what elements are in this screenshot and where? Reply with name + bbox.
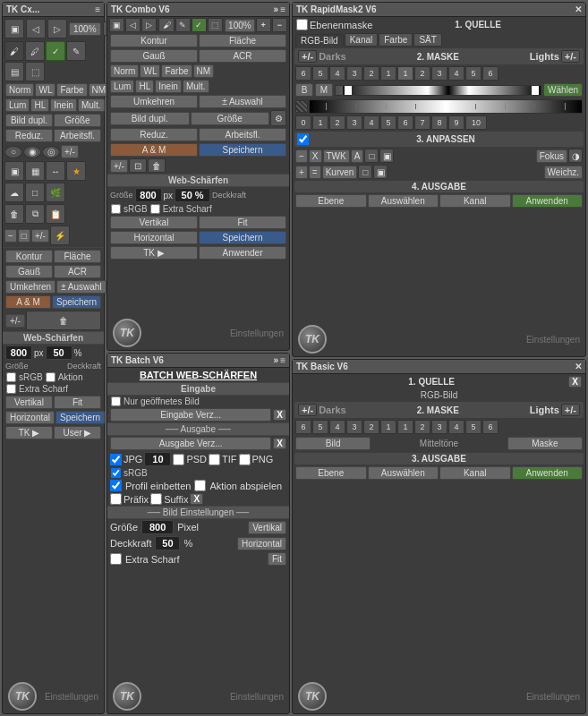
num-bot-4[interactable]: 4 xyxy=(363,115,379,130)
eingabe-verz-btn[interactable]: Eingabe Verz... xyxy=(110,408,271,422)
fit-btn[interactable]: Fit xyxy=(54,396,101,409)
combo-hl[interactable]: HL xyxy=(135,80,154,93)
rm-pm2[interactable]: +/- xyxy=(561,50,580,63)
user-btn[interactable]: User ▶ xyxy=(54,426,101,439)
num-6-1[interactable]: 6 xyxy=(295,66,311,81)
oval3-icon[interactable]: ◎ xyxy=(42,146,60,158)
basic-num-3-1[interactable]: 3 xyxy=(346,420,362,434)
oval-icon[interactable]: ○ xyxy=(4,146,22,158)
combo-groesse[interactable]: Größe xyxy=(191,112,270,125)
ausgabe-verz-btn[interactable]: Ausgabe Verz... xyxy=(110,437,271,450)
num-bot-1[interactable]: 1 xyxy=(312,115,328,130)
rm-eq-btn[interactable]: = xyxy=(309,166,321,179)
num-bot-5[interactable]: 5 xyxy=(380,115,396,130)
png-chk[interactable] xyxy=(239,454,251,465)
gauss-btn[interactable]: Gauß xyxy=(5,265,53,278)
box-btn[interactable]: □ xyxy=(18,229,30,243)
combo-expand-icon[interactable]: » xyxy=(274,4,279,14)
combo-nm[interactable]: NM xyxy=(193,64,215,78)
combo-arbeitsfl[interactable]: Arbeitsfl. xyxy=(199,128,286,141)
farbe-btn[interactable]: Farbe xyxy=(56,83,87,97)
erase-icon[interactable]: ⬚ xyxy=(25,62,45,81)
rm-a-btn[interactable]: A xyxy=(351,149,364,163)
rm-twk-btn[interactable]: TWK xyxy=(323,149,350,163)
batch-deckkraft-val[interactable]: 50 xyxy=(155,536,180,550)
tif-chk[interactable] xyxy=(209,454,220,465)
batch-horizontal-btn[interactable]: Horizontal xyxy=(237,537,286,550)
srgb-chk[interactable] xyxy=(6,372,16,382)
basic-num-6-1[interactable]: 6 xyxy=(295,420,311,434)
combo-auswahl[interactable]: ± Auswahl xyxy=(199,95,286,108)
combo-norm[interactable]: Norm xyxy=(110,64,139,78)
tk-play-btn[interactable]: TK ▶ xyxy=(5,426,53,439)
basic-bild-btn[interactable]: Bild xyxy=(295,437,371,450)
basic-num-1-2[interactable]: 1 xyxy=(397,420,413,434)
num-bot-3[interactable]: 3 xyxy=(346,115,362,130)
lightning-icon[interactable]: ⚡ xyxy=(50,226,70,245)
gradient-icon[interactable]: ▤ xyxy=(4,62,24,81)
basic-num-2-1[interactable]: 2 xyxy=(363,420,379,434)
suffix-x-btn[interactable]: X xyxy=(190,493,203,505)
rm-close-icon[interactable]: ✕ xyxy=(575,4,582,14)
combo-plus[interactable]: + xyxy=(256,18,271,32)
rm-m-btn[interactable]: M xyxy=(315,83,333,97)
combo-tool5[interactable]: ✎ xyxy=(175,18,191,32)
tab-farbe[interactable]: Farbe xyxy=(379,33,413,47)
batch-vertikal-btn[interactable]: Vertikal xyxy=(248,521,286,534)
rm-moon-icon[interactable]: ◑ xyxy=(568,149,583,163)
nur-geoeffnetes-chk[interactable] xyxy=(111,396,121,406)
basic-pm1[interactable]: +/- xyxy=(298,404,317,416)
jpg-chk[interactable] xyxy=(110,454,122,465)
basic-num-1-1[interactable]: 1 xyxy=(380,420,396,434)
combo-pct-val[interactable]: 50 % xyxy=(175,188,210,202)
psd-chk[interactable] xyxy=(173,454,184,465)
basic-auswaehlen-btn[interactable]: Auswählen xyxy=(368,466,439,480)
trash2-icon[interactable]: 🗑 xyxy=(26,311,101,330)
speichern2-btn[interactable]: Speichern xyxy=(55,411,105,424)
rm-auswaehlen-btn[interactable]: Auswählen xyxy=(368,194,439,208)
basic-pm2[interactable]: +/- xyxy=(561,404,580,416)
brush-icon[interactable]: 🖌 xyxy=(4,41,24,61)
combo-umkehren[interactable]: Umkehren xyxy=(110,95,198,108)
rm-anpassen-chk[interactable] xyxy=(297,133,309,145)
plus-minus3-btn[interactable]: +/- xyxy=(5,314,25,328)
combo-flaeche[interactable]: Fläche xyxy=(199,34,286,47)
basic-close-icon[interactable]: ✕ xyxy=(575,362,582,371)
combo-bild-dupl[interactable]: Bild dupl. xyxy=(110,112,190,125)
ausgabe-x-btn[interactable]: X xyxy=(273,438,286,449)
rm-ebene-btn[interactable]: Ebene xyxy=(295,194,367,208)
combo-tool1[interactable]: ▣ xyxy=(109,18,124,32)
hl-btn[interactable]: HL xyxy=(30,98,49,112)
groesse-btn[interactable]: Größe xyxy=(54,114,101,127)
rm-minus-btn[interactable]: − xyxy=(295,149,308,163)
speichern-btn[interactable]: Speichern xyxy=(52,295,101,309)
num-3-1[interactable]: 3 xyxy=(346,66,362,81)
combo-mult[interactable]: Mult. xyxy=(183,80,209,93)
profil-chk[interactable] xyxy=(110,480,122,491)
combo-icon2[interactable]: 🗑 xyxy=(148,158,166,173)
tool-icon-1[interactable]: ▣ xyxy=(4,19,24,38)
tab-rgb-bild[interactable]: RGB-Bild xyxy=(295,34,344,47)
auswahl-btn[interactable]: ± Auswahl xyxy=(56,280,107,294)
plus-minus-btn[interactable]: +/- xyxy=(61,145,79,158)
combo-kontur[interactable]: Kontur xyxy=(110,34,198,47)
num-bot-9[interactable]: 9 xyxy=(448,115,464,130)
bild-dupl-btn[interactable]: Bild dupl. xyxy=(5,114,53,127)
arbeitsfl-btn[interactable]: Arbeitsfl. xyxy=(54,129,101,142)
vertikal-btn[interactable]: Vertikal xyxy=(5,396,53,409)
minus-btn[interactable]: − xyxy=(4,229,17,243)
combo-pct[interactable]: 100% xyxy=(225,19,255,32)
basic-num-4-1[interactable]: 4 xyxy=(329,420,345,434)
eingabe-x-btn[interactable]: X xyxy=(273,409,286,421)
combo-wl[interactable]: WL xyxy=(140,64,160,78)
jpg-val[interactable]: 10 xyxy=(144,452,171,466)
num-5-1[interactable]: 5 xyxy=(312,66,328,81)
batch-extra-scharf-chk[interactable] xyxy=(110,553,122,565)
suffix-chk[interactable] xyxy=(150,493,162,505)
num-bot-2[interactable]: 2 xyxy=(329,115,345,130)
rm-pm1[interactable]: +/- xyxy=(298,50,317,63)
tool-icon-2[interactable]: ◁ xyxy=(26,19,46,38)
cloud-icon[interactable]: ☁ xyxy=(4,183,24,202)
combo-tool6[interactable]: ✓ xyxy=(192,18,207,32)
lum-btn[interactable]: Lum xyxy=(5,98,30,112)
